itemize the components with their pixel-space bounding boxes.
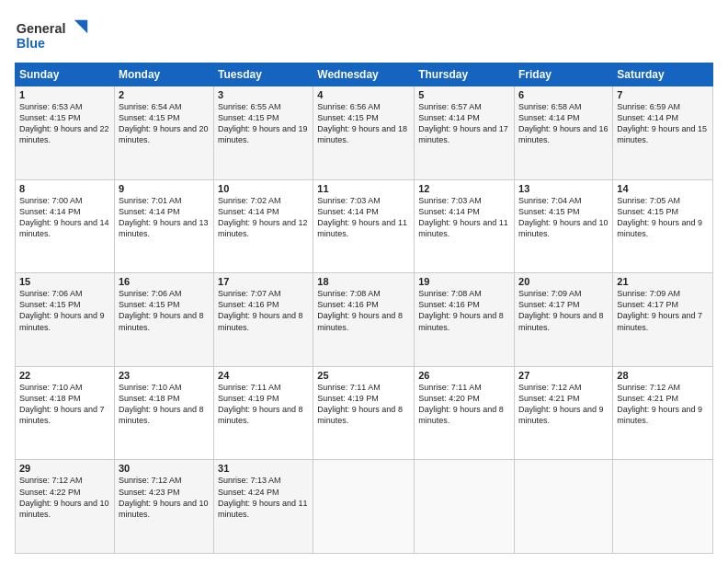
calendar-cell: 5Sunrise: 6:57 AMSunset: 4:14 PMDaylight… bbox=[415, 86, 515, 180]
calendar-cell: 15Sunrise: 7:06 AMSunset: 4:15 PMDayligh… bbox=[16, 273, 115, 367]
day-info: Sunrise: 6:57 AMSunset: 4:14 PMDaylight:… bbox=[418, 102, 508, 144]
calendar-cell: 1Sunrise: 6:53 AMSunset: 4:15 PMDaylight… bbox=[16, 86, 115, 180]
day-number: 6 bbox=[518, 89, 609, 100]
calendar-cell: 17Sunrise: 7:07 AMSunset: 4:16 PMDayligh… bbox=[214, 273, 313, 367]
calendar-cell: 6Sunrise: 6:58 AMSunset: 4:14 PMDaylight… bbox=[515, 86, 613, 180]
calendar-cell: 25Sunrise: 7:11 AMSunset: 4:19 PMDayligh… bbox=[313, 366, 415, 460]
day-number: 12 bbox=[418, 183, 510, 194]
calendar-cell: 31Sunrise: 7:13 AMSunset: 4:24 PMDayligh… bbox=[214, 460, 313, 554]
calendar-cell bbox=[515, 460, 613, 554]
day-info: Sunrise: 7:01 AMSunset: 4:14 PMDaylight:… bbox=[119, 196, 209, 238]
calendar-cell bbox=[313, 460, 415, 554]
day-number: 18 bbox=[317, 276, 410, 287]
week-row-5: 29Sunrise: 7:12 AMSunset: 4:22 PMDayligh… bbox=[16, 460, 713, 554]
calendar-cell: 27Sunrise: 7:12 AMSunset: 4:21 PMDayligh… bbox=[515, 366, 613, 460]
day-number: 7 bbox=[617, 89, 709, 100]
calendar-cell: 4Sunrise: 6:56 AMSunset: 4:15 PMDaylight… bbox=[313, 86, 415, 180]
day-number: 31 bbox=[218, 463, 309, 474]
day-info: Sunrise: 7:08 AMSunset: 4:16 PMDaylight:… bbox=[317, 289, 403, 331]
day-number: 14 bbox=[617, 183, 709, 194]
day-number: 3 bbox=[218, 89, 309, 100]
calendar-cell: 12Sunrise: 7:03 AMSunset: 4:14 PMDayligh… bbox=[415, 179, 515, 273]
day-number: 26 bbox=[418, 370, 510, 381]
calendar-cell: 24Sunrise: 7:11 AMSunset: 4:19 PMDayligh… bbox=[214, 366, 313, 460]
day-info: Sunrise: 7:08 AMSunset: 4:16 PMDaylight:… bbox=[418, 289, 504, 331]
calendar-page: General Blue SundayMondayTuesdayWednesda… bbox=[0, 0, 728, 563]
week-row-4: 22Sunrise: 7:10 AMSunset: 4:18 PMDayligh… bbox=[16, 366, 713, 460]
day-number: 27 bbox=[518, 370, 609, 381]
calendar-cell: 10Sunrise: 7:02 AMSunset: 4:14 PMDayligh… bbox=[214, 179, 313, 273]
day-number: 22 bbox=[19, 370, 110, 381]
day-number: 25 bbox=[317, 370, 410, 381]
day-info: Sunrise: 6:53 AMSunset: 4:15 PMDaylight:… bbox=[19, 102, 109, 144]
weekday-monday: Monday bbox=[114, 63, 213, 86]
day-number: 19 bbox=[418, 276, 510, 287]
calendar-cell: 29Sunrise: 7:12 AMSunset: 4:22 PMDayligh… bbox=[16, 460, 115, 554]
day-number: 13 bbox=[518, 183, 609, 194]
weekday-wednesday: Wednesday bbox=[313, 63, 415, 86]
calendar-cell: 7Sunrise: 6:59 AMSunset: 4:14 PMDaylight… bbox=[613, 86, 713, 180]
week-row-3: 15Sunrise: 7:06 AMSunset: 4:15 PMDayligh… bbox=[16, 273, 713, 367]
calendar-cell: 30Sunrise: 7:12 AMSunset: 4:23 PMDayligh… bbox=[114, 460, 213, 554]
calendar-cell: 28Sunrise: 7:12 AMSunset: 4:21 PMDayligh… bbox=[613, 366, 713, 460]
day-info: Sunrise: 7:03 AMSunset: 4:14 PMDaylight:… bbox=[317, 196, 407, 238]
weekday-saturday: Saturday bbox=[613, 63, 713, 86]
day-info: Sunrise: 6:58 AMSunset: 4:14 PMDaylight:… bbox=[518, 102, 609, 144]
day-number: 17 bbox=[218, 276, 309, 287]
day-info: Sunrise: 7:00 AMSunset: 4:14 PMDaylight:… bbox=[19, 196, 109, 238]
day-number: 16 bbox=[119, 276, 210, 287]
day-info: Sunrise: 7:10 AMSunset: 4:18 PMDaylight:… bbox=[119, 383, 204, 425]
day-info: Sunrise: 7:10 AMSunset: 4:18 PMDaylight:… bbox=[19, 383, 105, 425]
day-info: Sunrise: 6:56 AMSunset: 4:15 PMDaylight:… bbox=[317, 102, 407, 144]
calendar-cell bbox=[415, 460, 515, 554]
day-info: Sunrise: 7:02 AMSunset: 4:14 PMDaylight:… bbox=[218, 196, 308, 238]
day-info: Sunrise: 6:55 AMSunset: 4:15 PMDaylight:… bbox=[218, 102, 308, 144]
calendar-cell: 21Sunrise: 7:09 AMSunset: 4:17 PMDayligh… bbox=[613, 273, 713, 367]
svg-marker-2 bbox=[74, 20, 87, 33]
day-info: Sunrise: 7:07 AMSunset: 4:16 PMDaylight:… bbox=[218, 289, 303, 331]
day-number: 5 bbox=[418, 89, 510, 100]
day-number: 21 bbox=[617, 276, 709, 287]
weekday-tuesday: Tuesday bbox=[214, 63, 313, 86]
day-info: Sunrise: 7:11 AMSunset: 4:20 PMDaylight:… bbox=[418, 383, 504, 425]
svg-text:Blue: Blue bbox=[17, 36, 45, 51]
calendar-cell: 11Sunrise: 7:03 AMSunset: 4:14 PMDayligh… bbox=[313, 179, 415, 273]
calendar-cell: 20Sunrise: 7:09 AMSunset: 4:17 PMDayligh… bbox=[515, 273, 613, 367]
day-info: Sunrise: 7:12 AMSunset: 4:23 PMDaylight:… bbox=[119, 476, 209, 518]
day-number: 20 bbox=[518, 276, 609, 287]
day-info: Sunrise: 7:11 AMSunset: 4:19 PMDaylight:… bbox=[218, 383, 303, 425]
logo-svg: General Blue bbox=[15, 15, 97, 55]
day-info: Sunrise: 7:04 AMSunset: 4:15 PMDaylight:… bbox=[518, 196, 609, 238]
calendar-table: SundayMondayTuesdayWednesdayThursdayFrid… bbox=[15, 63, 713, 554]
day-number: 1 bbox=[19, 89, 110, 100]
day-info: Sunrise: 7:12 AMSunset: 4:22 PMDaylight:… bbox=[19, 476, 109, 518]
calendar-cell: 13Sunrise: 7:04 AMSunset: 4:15 PMDayligh… bbox=[515, 179, 613, 273]
calendar-cell: 16Sunrise: 7:06 AMSunset: 4:15 PMDayligh… bbox=[114, 273, 213, 367]
calendar-cell: 8Sunrise: 7:00 AMSunset: 4:14 PMDaylight… bbox=[16, 179, 115, 273]
calendar-cell: 23Sunrise: 7:10 AMSunset: 4:18 PMDayligh… bbox=[114, 366, 213, 460]
weekday-friday: Friday bbox=[515, 63, 613, 86]
calendar-cell: 19Sunrise: 7:08 AMSunset: 4:16 PMDayligh… bbox=[415, 273, 515, 367]
weekday-thursday: Thursday bbox=[415, 63, 515, 86]
day-info: Sunrise: 7:03 AMSunset: 4:14 PMDaylight:… bbox=[418, 196, 508, 238]
logo: General Blue bbox=[15, 15, 97, 55]
calendar-cell bbox=[613, 460, 713, 554]
week-row-1: 1Sunrise: 6:53 AMSunset: 4:15 PMDaylight… bbox=[16, 86, 713, 180]
day-info: Sunrise: 7:05 AMSunset: 4:15 PMDaylight:… bbox=[617, 196, 702, 238]
day-info: Sunrise: 7:12 AMSunset: 4:21 PMDaylight:… bbox=[617, 383, 702, 425]
day-number: 24 bbox=[218, 370, 309, 381]
weekday-header-row: SundayMondayTuesdayWednesdayThursdayFrid… bbox=[16, 63, 713, 86]
week-row-2: 8Sunrise: 7:00 AMSunset: 4:14 PMDaylight… bbox=[16, 179, 713, 273]
calendar-cell: 22Sunrise: 7:10 AMSunset: 4:18 PMDayligh… bbox=[16, 366, 115, 460]
day-number: 10 bbox=[218, 183, 309, 194]
day-number: 15 bbox=[19, 276, 110, 287]
day-number: 8 bbox=[19, 183, 110, 194]
day-number: 23 bbox=[119, 370, 210, 381]
calendar-cell: 2Sunrise: 6:54 AMSunset: 4:15 PMDaylight… bbox=[114, 86, 213, 180]
calendar-cell: 14Sunrise: 7:05 AMSunset: 4:15 PMDayligh… bbox=[613, 179, 713, 273]
calendar-cell: 26Sunrise: 7:11 AMSunset: 4:20 PMDayligh… bbox=[415, 366, 515, 460]
weekday-sunday: Sunday bbox=[16, 63, 115, 86]
day-info: Sunrise: 7:06 AMSunset: 4:15 PMDaylight:… bbox=[19, 289, 105, 331]
day-number: 29 bbox=[19, 463, 110, 474]
svg-text:General: General bbox=[17, 21, 66, 36]
